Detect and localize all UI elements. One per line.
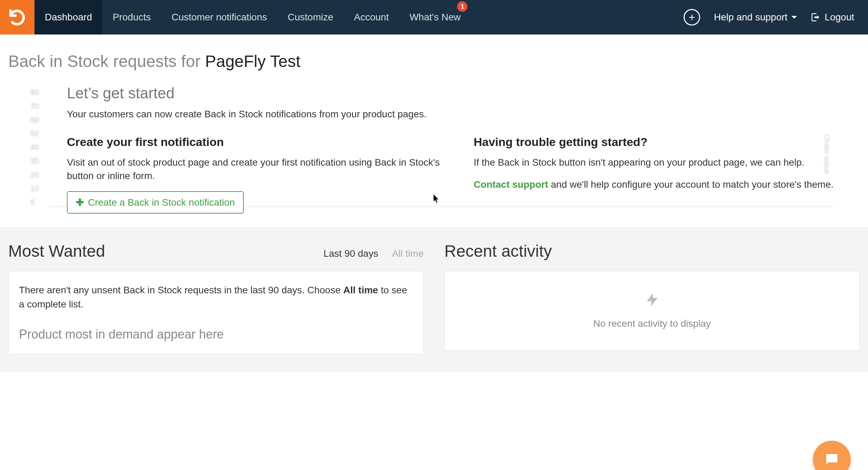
top-navbar: Dashboard Products Customer notification…: [0, 0, 868, 35]
logout-link[interactable]: Logout: [811, 12, 854, 23]
recent-activity-title: Recent activity: [444, 242, 552, 261]
help-support-dropdown[interactable]: Help and support: [714, 12, 797, 23]
nav-customize-label: Customize: [288, 12, 333, 23]
hero-content: Let’s get started Your customers can now…: [8, 81, 860, 214]
bolt-icon: [644, 292, 660, 308]
create-notification-button-label: Create a Back in Stock notification: [88, 197, 235, 208]
trouble-heading: Having trouble getting started?: [474, 135, 860, 149]
plus-icon: ✚: [76, 197, 84, 208]
nav-account-label: Account: [354, 12, 389, 23]
trouble-body: If the Back in Stock button isn't appear…: [474, 156, 860, 169]
tab-all-time[interactable]: All time: [392, 248, 424, 259]
logout-icon: [811, 12, 820, 22]
nav-products-label: Products: [113, 12, 151, 23]
most-wanted-card: There aren't any unsent Back in Stock re…: [8, 271, 424, 354]
empty-strong: All time: [343, 285, 378, 295]
empty-prefix: There aren't any unsent Back in Stock re…: [19, 285, 343, 295]
create-notification-heading: Create your first notification: [67, 135, 453, 149]
two-column: Create your first notification Visit an …: [67, 135, 860, 214]
create-notification-body: Visit an out of stock product page and c…: [67, 156, 453, 183]
back-in-stock-logo-icon: [7, 7, 27, 27]
recent-activity-panel: Recent activity No recent activity to di…: [444, 242, 860, 372]
nav-whats-new[interactable]: What's New 1: [399, 0, 471, 35]
get-started-title: Let’s get started: [67, 85, 860, 102]
logout-label: Logout: [825, 12, 854, 23]
add-button[interactable]: +: [684, 9, 700, 26]
whats-new-badge: 1: [457, 1, 467, 12]
most-wanted-empty-text: There aren't any unsent Back in Stock re…: [19, 283, 413, 311]
page-title: Back in Stock requests for PageFly Test: [0, 35, 868, 81]
most-wanted-header: Most Wanted Last 90 days All time: [8, 242, 424, 261]
page-title-prefix: Back in Stock requests for: [8, 52, 205, 70]
demand-title: Product most in demand appear here: [19, 327, 413, 342]
get-started-subtitle: Your customers can now create Back in St…: [67, 109, 860, 120]
nav-dashboard[interactable]: Dashboard: [34, 0, 102, 35]
most-wanted-panel: Most Wanted Last 90 days All time There …: [8, 242, 424, 372]
contact-support-link[interactable]: Contact support: [474, 179, 548, 190]
col-trouble: Having trouble getting started? If the B…: [474, 135, 860, 214]
nav-customer-notifications-label: Customer notifications: [171, 12, 267, 23]
nav-account[interactable]: Account: [344, 0, 399, 35]
tab-last-90-days[interactable]: Last 90 days: [323, 248, 378, 259]
nav-items: Dashboard Products Customer notification…: [34, 0, 471, 35]
most-wanted-title: Most Wanted: [8, 242, 105, 261]
hero-section: 80 70 60 50 40 30 20 10 0 Order value Le…: [0, 81, 868, 227]
brand-logo[interactable]: [0, 0, 34, 35]
nav-customer-notifications[interactable]: Customer notifications: [161, 0, 277, 35]
plus-icon: +: [689, 11, 695, 24]
recent-activity-card: No recent activity to display: [444, 271, 860, 350]
most-wanted-tabs: Last 90 days All time: [323, 248, 424, 259]
nav-right: + Help and support Logout: [684, 0, 868, 35]
page-title-store: PageFly Test: [205, 52, 301, 70]
nav-products[interactable]: Products: [102, 0, 161, 35]
nav-whats-new-label: What's New: [410, 12, 461, 23]
lower-section: Most Wanted Last 90 days All time There …: [0, 227, 868, 372]
nav-customize[interactable]: Customize: [277, 0, 344, 35]
no-activity-text: No recent activity to display: [593, 318, 711, 329]
recent-activity-header: Recent activity: [444, 242, 860, 261]
help-support-label: Help and support: [714, 12, 787, 23]
col-create-notification: Create your first notification Visit an …: [67, 135, 453, 214]
contact-support-line: Contact support and we'll help configure…: [474, 178, 860, 191]
create-notification-button[interactable]: ✚ Create a Back in Stock notification: [67, 191, 244, 214]
caret-down-icon: [791, 16, 797, 19]
contact-support-rest: and we'll help configure your account to…: [548, 179, 834, 190]
nav-dashboard-label: Dashboard: [45, 12, 92, 23]
